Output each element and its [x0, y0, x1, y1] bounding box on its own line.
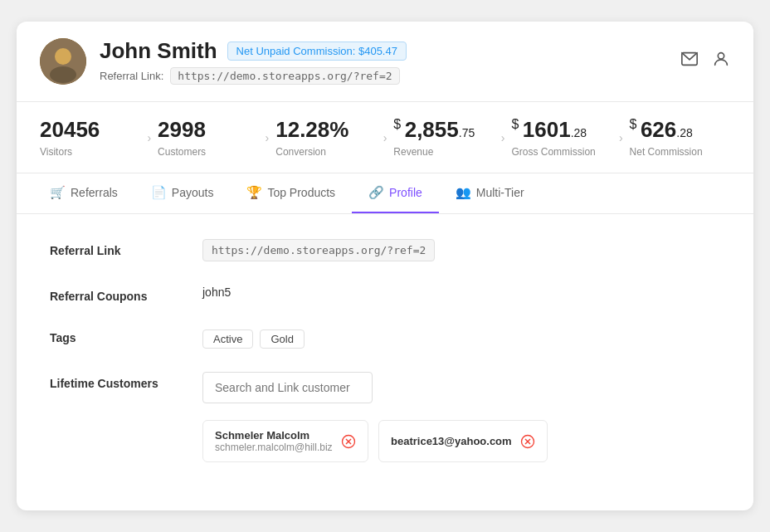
arrow-2: › — [266, 131, 270, 144]
tab-profile-label: Profile — [389, 186, 422, 199]
net-commission-value: $ 626.28 — [630, 117, 730, 143]
remove-customer-2[interactable] — [520, 434, 535, 449]
referral-link-display: https://demo.storeapps.org/?ref=2 — [202, 239, 435, 261]
customers-value: 2998 — [158, 117, 258, 143]
tab-multi-tier[interactable]: 👥 Multi-Tier — [439, 173, 541, 213]
stat-conversion: 12.28% Conversion — [275, 117, 376, 158]
customer-name-2: beatrice13@yahoo.com — [391, 435, 512, 447]
visitors-value: 20456 — [40, 117, 140, 143]
visitors-label: Visitors — [40, 146, 140, 158]
referral-coupons-label: Referral Coupons — [50, 285, 183, 303]
lifetime-customers-field: Lifetime Customers Schmeler Malcolm schm… — [50, 372, 720, 462]
header-info: John Smith Net Unpaid Commission: $405.4… — [100, 38, 667, 85]
top-products-icon: 🏆 — [246, 185, 262, 200]
tab-payouts[interactable]: 📄 Payouts — [134, 173, 231, 213]
tags-field: Tags Active Gold — [50, 326, 720, 349]
gross-commission-label: Gross Commission — [511, 146, 612, 158]
customer-email-1: schmeler.malcolm@hill.biz — [215, 442, 333, 453]
arrow-1: › — [147, 131, 151, 144]
customers-label: Customers — [158, 146, 258, 158]
referral-link-field-value: https://demo.storeapps.org/?ref=2 — [202, 239, 720, 261]
customer-name-1: Schmeler Malcolm — [215, 429, 333, 442]
tab-referrals[interactable]: 🛒 Referrals — [33, 173, 134, 213]
payouts-icon: 📄 — [151, 185, 167, 200]
tab-top-products-label: Top Products — [267, 186, 335, 199]
referrals-icon: 🛒 — [50, 185, 66, 200]
user-name: John Smith — [100, 38, 217, 64]
tab-multi-tier-label: Multi-Tier — [476, 186, 524, 199]
referral-link-label: Referral Link: — [100, 70, 163, 82]
stat-gross-commission: $ 1601.28 Gross Commission — [511, 117, 612, 158]
customer-item-1: Schmeler Malcolm schmeler.malcolm@hill.b… — [202, 420, 368, 462]
multi-tier-icon: 👥 — [456, 185, 471, 200]
email-icon[interactable] — [680, 50, 699, 73]
avatar — [40, 38, 86, 85]
svg-point-1 — [55, 48, 71, 65]
svg-point-2 — [50, 66, 76, 83]
stat-visitors: 20456 Visitors — [40, 117, 140, 158]
remove-customer-1[interactable] — [341, 434, 356, 449]
revenue-decimal: .75 — [459, 126, 475, 139]
gross-commission-value: $ 1601.28 — [511, 117, 612, 143]
referral-link-field: Referral Link https://demo.storeapps.org… — [50, 239, 720, 261]
tab-payouts-label: Payouts — [172, 186, 214, 199]
revenue-value: $ 2,855.75 — [393, 117, 494, 143]
lifetime-customers-search-wrapper — [202, 372, 373, 403]
stats-bar: 20456 Visitors › 2998 Customers › 12.28%… — [17, 102, 753, 173]
tab-top-products[interactable]: 🏆 Top Products — [230, 173, 352, 213]
net-commission-currency: $ — [630, 117, 641, 131]
referral-link-field-label: Referral Link — [50, 239, 183, 257]
stat-revenue: $ 2,855.75 Revenue — [393, 117, 494, 158]
lifetime-customers-label: Lifetime Customers — [50, 372, 183, 403]
tab-profile[interactable]: 🔗 Profile — [352, 173, 439, 213]
gross-commission-currency: $ — [511, 117, 522, 131]
revenue-currency: $ — [393, 117, 404, 131]
tag-active: Active — [202, 329, 253, 349]
arrow-5: › — [619, 131, 623, 144]
customers-list: Schmeler Malcolm schmeler.malcolm@hill.b… — [202, 420, 548, 462]
arrow-3: › — [383, 131, 387, 144]
customer-item-2: beatrice13@yahoo.com — [378, 420, 548, 462]
user-icon[interactable] — [712, 50, 730, 73]
tags-label: Tags — [50, 326, 183, 344]
stat-net-commission: $ 626.28 Net Commission — [630, 117, 730, 158]
customer-search-input[interactable] — [202, 372, 373, 403]
conversion-label: Conversion — [275, 146, 376, 158]
referral-coupons-value: john5 — [202, 285, 720, 300]
stat-customers: 2998 Customers — [158, 117, 258, 158]
customer-info-2: beatrice13@yahoo.com — [391, 435, 512, 447]
arrow-4: › — [501, 131, 505, 144]
profile-content: Referral Link https://demo.storeapps.org… — [17, 214, 753, 510]
main-card: John Smith Net Unpaid Commission: $405.4… — [17, 22, 753, 510]
profile-icon: 🔗 — [368, 185, 384, 200]
tags-value: Active Gold — [202, 326, 720, 349]
net-commission-label: Net Commission — [630, 146, 730, 158]
header-actions — [680, 50, 730, 73]
gross-commission-decimal: .28 — [571, 126, 587, 139]
revenue-label: Revenue — [393, 146, 494, 158]
customer-info-1: Schmeler Malcolm schmeler.malcolm@hill.b… — [215, 429, 333, 453]
conversion-value: 12.28% — [275, 117, 376, 143]
header-referral-row: Referral Link: https://demo.storeapps.or… — [100, 67, 667, 85]
tabs-bar: 🛒 Referrals 📄 Payouts 🏆 Top Products 🔗 P… — [17, 173, 753, 214]
tags-list: Active Gold — [202, 326, 720, 349]
tab-referrals-label: Referrals — [71, 186, 118, 199]
referral-link-url: https://demo.storeapps.org/?ref=2 — [170, 67, 399, 85]
header-section: John Smith Net Unpaid Commission: $405.4… — [17, 22, 753, 102]
commission-badge: Net Unpaid Commission: $405.47 — [227, 41, 407, 61]
tag-gold: Gold — [260, 329, 304, 349]
coupon-text: john5 — [202, 281, 231, 299]
net-commission-decimal: .28 — [676, 126, 692, 139]
svg-point-4 — [718, 53, 724, 59]
referral-coupons-field: Referral Coupons john5 — [50, 285, 720, 303]
